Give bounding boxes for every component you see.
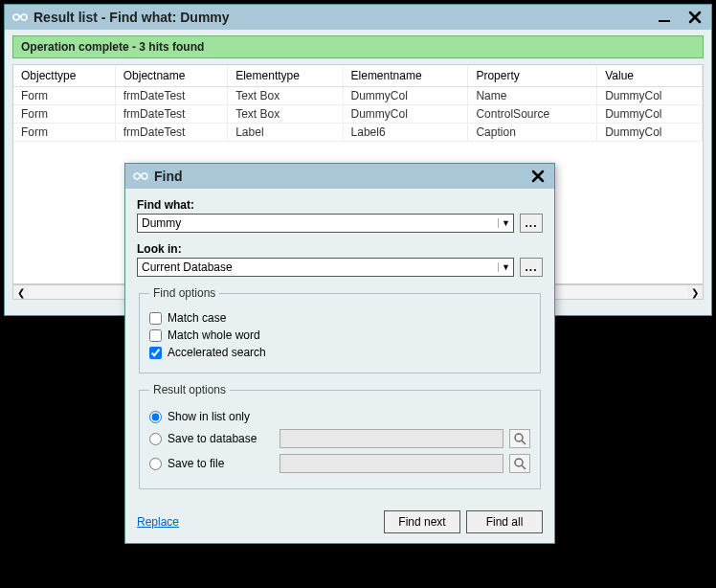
binoculars-icon: [133, 169, 148, 184]
save-to-database-input[interactable]: [280, 429, 503, 448]
search-icon[interactable]: [509, 429, 530, 448]
match-case-label: Match case: [168, 311, 226, 325]
look-in-label: Look in:: [137, 242, 543, 256]
table-cell: Name: [468, 87, 597, 105]
table-cell: DummyCol: [597, 124, 703, 142]
close-button[interactable]: [526, 166, 550, 187]
find-footer: Replace Find next Find all: [125, 505, 554, 543]
table-cell: frmDateTest: [115, 124, 227, 142]
find-options-legend: Find options: [149, 286, 219, 300]
accelerated-search-label: Accelerated search: [168, 346, 266, 359]
result-titlebar: Result list - Find what: Dummy: [5, 5, 711, 30]
look-in-input[interactable]: [138, 259, 498, 276]
match-whole-word-label: Match whole word: [168, 328, 260, 342]
table-cell: Text Box: [228, 105, 343, 124]
show-in-list-label: Show in list only: [168, 410, 250, 423]
find-options-fieldset: Find options Match case Match whole word…: [139, 286, 541, 373]
save-to-database-radio[interactable]: [149, 433, 162, 445]
find-next-button[interactable]: Find next: [384, 510, 460, 533]
col-header[interactable]: Value: [597, 65, 703, 87]
chevron-down-icon[interactable]: ▼: [498, 262, 513, 272]
table-cell: DummyCol: [597, 87, 703, 105]
col-header[interactable]: Elementname: [343, 65, 468, 87]
close-button[interactable]: [682, 7, 707, 28]
find-body: Find what: ▼ ... Look in: ▼ ... Find opt…: [125, 189, 554, 505]
result-options-legend: Result options: [149, 383, 230, 396]
table-cell: DummyCol: [343, 87, 468, 105]
svg-point-5: [515, 434, 523, 441]
match-whole-word-checkbox[interactable]: [149, 329, 162, 342]
table-cell: Form: [13, 105, 115, 124]
table-cell: Label6: [343, 124, 468, 142]
col-header[interactable]: Objecttype: [13, 65, 115, 87]
scroll-left-icon[interactable]: ❮: [13, 285, 29, 299]
table-cell: ControlSource: [468, 105, 597, 124]
save-to-file-label: Save to file: [168, 457, 224, 470]
look-in-browse-button[interactable]: ...: [520, 258, 543, 277]
svg-point-6: [515, 459, 523, 466]
table-row[interactable]: FormfrmDateTestText BoxDummyColNameDummy…: [13, 87, 703, 105]
find-dialog: Find Find what: ▼ ... Look in: ▼ ... Fin…: [124, 163, 555, 544]
find-title: Find: [154, 169, 520, 184]
scroll-right-icon[interactable]: ❯: [687, 285, 703, 299]
find-all-button[interactable]: Find all: [466, 510, 543, 533]
table-cell: DummyCol: [343, 105, 468, 124]
result-options-fieldset: Result options Show in list only Save to…: [139, 383, 541, 489]
table-cell: Form: [13, 124, 115, 142]
col-header[interactable]: Objectname: [115, 65, 227, 87]
accelerated-search-checkbox[interactable]: [149, 347, 162, 359]
table-cell: Form: [13, 87, 115, 105]
svg-point-1: [21, 14, 27, 20]
table-cell: Caption: [468, 124, 597, 142]
svg-point-0: [13, 14, 19, 20]
find-what-label: Find what:: [137, 198, 543, 212]
table-cell: frmDateTest: [115, 87, 227, 105]
save-to-file-input[interactable]: [280, 454, 503, 473]
show-in-list-radio[interactable]: [149, 411, 162, 423]
table-row[interactable]: FormfrmDateTestText BoxDummyColControlSo…: [13, 105, 703, 124]
save-to-database-label: Save to database: [168, 432, 257, 445]
svg-point-3: [134, 173, 140, 179]
svg-point-4: [142, 173, 147, 179]
col-header[interactable]: Property: [468, 65, 597, 87]
table-row[interactable]: FormfrmDateTestLabelLabel6CaptionDummyCo…: [13, 124, 703, 142]
save-to-file-radio[interactable]: [149, 458, 162, 470]
result-title: Result list - Find what: Dummy: [34, 10, 646, 25]
find-what-browse-button[interactable]: ...: [520, 214, 543, 233]
col-header[interactable]: Elementtype: [228, 65, 343, 87]
chevron-down-icon[interactable]: ▼: [498, 218, 513, 228]
search-icon[interactable]: [509, 454, 530, 473]
table-cell: Label: [228, 124, 343, 142]
look-in-combo[interactable]: ▼: [137, 258, 514, 277]
table-cell: DummyCol: [597, 105, 703, 124]
find-titlebar: Find: [125, 164, 554, 189]
minimize-button[interactable]: [652, 7, 677, 28]
svg-rect-2: [659, 20, 670, 22]
binoculars-icon: [12, 10, 28, 25]
find-what-input[interactable]: [138, 215, 498, 232]
match-case-checkbox[interactable]: [149, 312, 162, 325]
table-cell: frmDateTest: [115, 105, 227, 124]
replace-link[interactable]: Replace: [137, 515, 179, 529]
find-what-combo[interactable]: ▼: [137, 214, 514, 233]
status-bar: Operation complete - 3 hits found: [12, 35, 704, 58]
table-cell: Text Box: [228, 87, 343, 105]
result-table: Objecttype Objectname Elementtype Elemen…: [13, 65, 703, 142]
